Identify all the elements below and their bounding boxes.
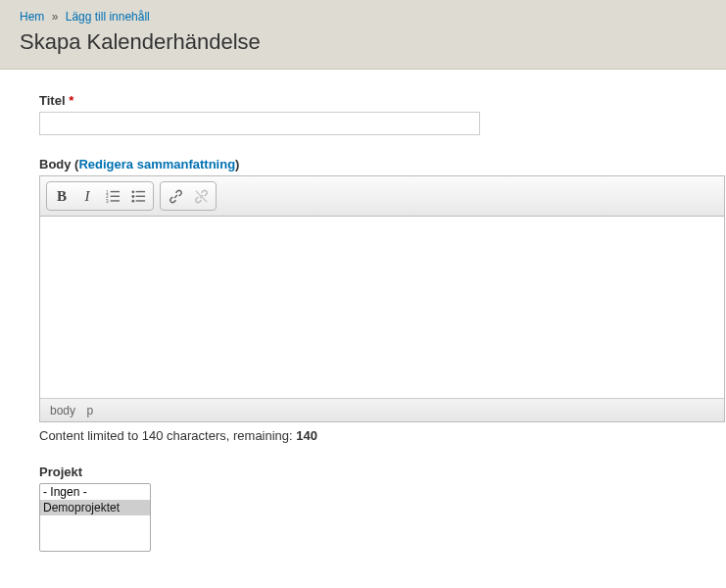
project-select[interactable]: - Ingen -Demoprojektet [39,483,151,552]
svg-rect-1 [110,190,119,191]
editor-path-p[interactable]: p [86,404,93,417]
svg-point-8 [131,195,134,198]
link-button[interactable] [163,184,188,208]
bold-button[interactable]: B [49,184,74,208]
editor-status-bar: body p [40,398,724,421]
italic-button[interactable]: I [74,184,100,208]
title-input[interactable] [39,112,480,135]
svg-rect-3 [110,195,119,196]
project-option[interactable]: - Ingen - [40,484,150,500]
editor-path-body[interactable]: body [50,404,75,417]
svg-rect-5 [110,200,119,201]
ordered-list-icon: 123 [106,189,121,204]
link-icon [169,189,183,204]
project-option[interactable]: Demoprojektet [40,500,150,515]
svg-point-10 [131,199,134,202]
svg-rect-7 [135,190,144,191]
unordered-list-button[interactable] [125,184,151,208]
body-label: Body (Redigera sammanfattning) [39,157,726,172]
unlink-icon [194,189,209,204]
breadcrumb: Hem » Lägg till innehåll [20,10,706,24]
char-remaining-count: 140 [296,428,317,443]
breadcrumb-home-link[interactable]: Hem [20,10,44,24]
page-title: Skapa Kalenderhändelse [20,29,706,55]
rich-text-editor: B I 123 [39,175,725,422]
unordered-list-icon [131,189,146,204]
breadcrumb-separator: » [52,10,59,24]
svg-text:3: 3 [106,199,109,204]
editor-toolbar: B I 123 [40,176,724,217]
edit-summary-link[interactable]: Redigera sammanfattning [78,157,235,172]
title-label: Titel * [39,93,726,108]
editor-content-area[interactable] [40,217,724,398]
svg-rect-9 [135,195,144,196]
unlink-button[interactable] [188,184,214,208]
ordered-list-button[interactable]: 123 [100,184,125,208]
svg-rect-11 [135,200,144,201]
breadcrumb-add-content-link[interactable]: Lägg till innehåll [66,10,150,24]
char-limit-text: Content limited to 140 characters, remai… [39,428,726,443]
project-label: Projekt [39,465,726,479]
required-marker: * [69,93,73,108]
svg-point-6 [131,190,134,193]
